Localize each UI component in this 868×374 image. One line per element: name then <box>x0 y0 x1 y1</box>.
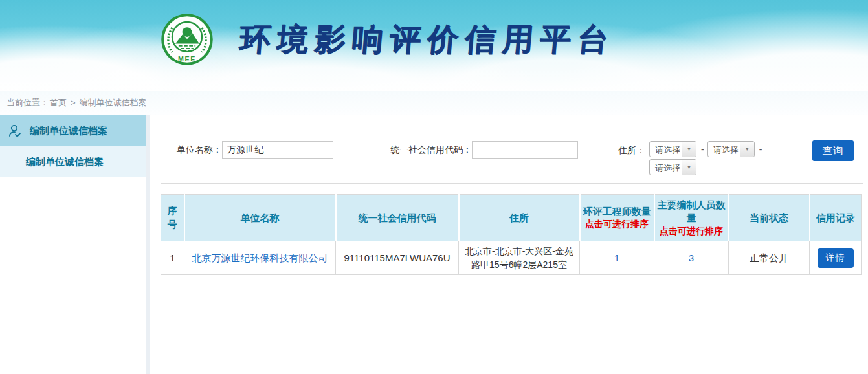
address-label: 住所： <box>618 145 645 157</box>
col-address: 住所 <box>459 195 580 241</box>
col-staff-count: 主要编制人员数量 点击可进行排序 <box>654 195 729 241</box>
site-banner: MEE 环境影响评价信用平台 <box>0 0 868 91</box>
chevron-down-icon[interactable]: ▼ <box>682 142 696 157</box>
site-title: 环境影响评价信用平台 <box>238 19 617 60</box>
staff-sort-hint[interactable]: 点击可进行排序 <box>657 225 726 237</box>
unit-name-input[interactable] <box>222 141 333 159</box>
table-row: 1 北京万源世纪环保科技有限公司 91110115MA7LWUA76U 北京市-… <box>161 241 862 275</box>
sidebar-item-credit-archive[interactable]: 编制单位诚信档案 <box>0 115 146 146</box>
district-select[interactable]: 请选择 ▼ <box>649 159 696 175</box>
province-select[interactable]: 请选择 ▼ <box>649 141 696 157</box>
engineer-count-link[interactable]: 1 <box>614 252 619 263</box>
district-select-value: 请选择 <box>650 160 682 175</box>
credit-code-cell: 91110115MA7LWUA76U <box>336 241 459 275</box>
col-index: 序号 <box>161 195 184 241</box>
address-cell: 北京市-北京市-大兴区-金苑路甲15号6幢2层A215室 <box>459 241 580 275</box>
credit-code-group: 统一社会信用代码： <box>390 141 578 159</box>
address-group: 住所： 请选择 ▼ - 请选择 ▼ - <box>618 141 765 175</box>
company-link[interactable]: 北京万源世纪环保科技有限公司 <box>192 252 328 263</box>
breadcrumb: 当前位置：首页>编制单位诚信档案 <box>0 91 868 115</box>
address-dash: - <box>701 144 704 155</box>
staff-count-link[interactable]: 3 <box>689 252 694 263</box>
col-staff-count-label: 主要编制人员数量 <box>658 199 726 223</box>
logo-text: MEE <box>178 55 196 63</box>
breadcrumb-label: 当前位置： <box>6 98 49 107</box>
col-status: 当前状态 <box>729 195 810 241</box>
credit-code-label: 统一社会信用代码： <box>390 144 472 156</box>
sidebar-subitem-credit-archive[interactable]: 编制单位诚信档案 <box>0 146 146 177</box>
chevron-down-icon[interactable]: ▼ <box>740 142 754 157</box>
status-cell: 正常公开 <box>729 241 810 275</box>
credit-code-input[interactable] <box>472 141 578 159</box>
sidebar: 编制单位诚信档案 编制单位诚信档案 <box>0 115 146 374</box>
city-select[interactable]: 请选择 ▼ <box>707 141 755 157</box>
col-engineer-count-label: 环评工程师数量 <box>583 206 651 217</box>
breadcrumb-current: 编制单位诚信档案 <box>80 98 147 107</box>
breadcrumb-home-link[interactable]: 首页 <box>50 98 67 107</box>
detail-button[interactable]: 详情 <box>818 248 854 268</box>
unit-name-group: 单位名称： <box>177 141 333 159</box>
province-select-value: 请选择 <box>650 142 682 157</box>
mee-logo-icon: MEE <box>161 12 214 67</box>
col-credit-code: 统一社会信用代码 <box>336 195 459 241</box>
sidebar-subitem-label: 编制单位诚信档案 <box>26 156 104 168</box>
main-content: 单位名称： 统一社会信用代码： 住所： 请选择 ▼ - <box>150 115 868 374</box>
unit-name-label: 单位名称： <box>177 144 222 156</box>
col-engineer-count: 环评工程师数量 点击可进行排序 <box>580 195 654 241</box>
engineer-sort-hint[interactable]: 点击可进行排序 <box>583 218 652 230</box>
sidebar-item-label: 编制单位诚信档案 <box>30 125 107 137</box>
results-table: 序号 单位名称 统一社会信用代码 住所 环评工程师数量 点击可进行排序 主要编制… <box>161 194 862 275</box>
query-button[interactable]: 查询 <box>812 140 854 161</box>
row-index: 1 <box>161 241 184 275</box>
breadcrumb-separator: > <box>71 98 76 107</box>
city-select-value: 请选择 <box>708 142 740 157</box>
user-check-icon <box>8 123 23 138</box>
chevron-down-icon[interactable]: ▼ <box>682 160 696 175</box>
table-header-row: 序号 单位名称 统一社会信用代码 住所 环评工程师数量 点击可进行排序 主要编制… <box>161 195 862 241</box>
col-credit-record: 信用记录 <box>810 195 862 241</box>
col-company: 单位名称 <box>184 195 336 241</box>
search-panel: 单位名称： 统一社会信用代码： 住所： 请选择 ▼ - <box>161 131 863 184</box>
address-dash: - <box>759 144 762 155</box>
